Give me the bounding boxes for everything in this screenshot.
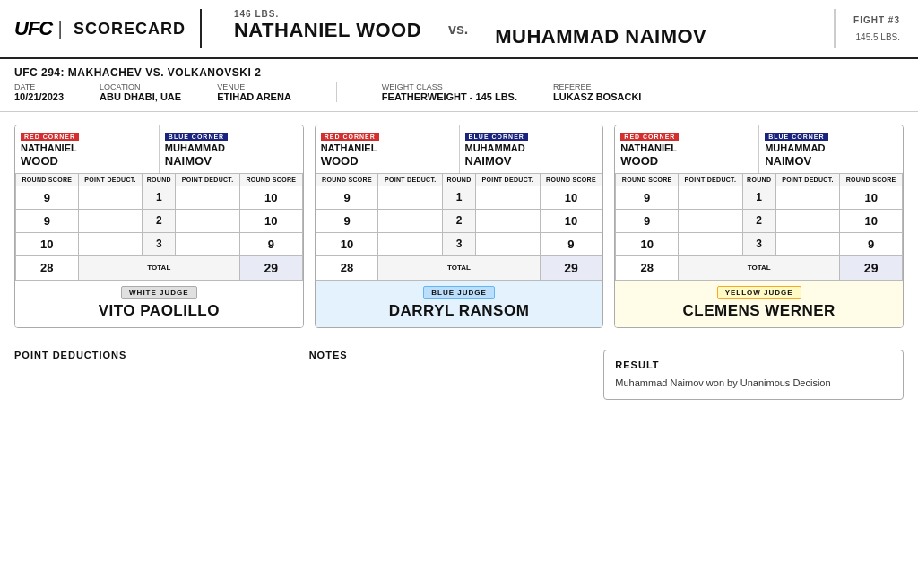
event-location: Location ABU DHABI, UAE (100, 82, 181, 102)
red-fighter-1: NATHANIEL WOOD (21, 143, 153, 169)
score-table-3: ROUND SCORE POINT DEDUCT. ROUND POINT DE… (615, 173, 903, 281)
fight-weight-right: 145.5 LBS. (853, 32, 900, 42)
result-section: RESULT Muhammad Naimov won by Unanimous … (603, 350, 904, 401)
table-row: 9 2 10 (616, 209, 903, 232)
corner-headers-1: RED CORNER NATHANIEL WOOD BLUE CORNER MU… (15, 125, 303, 173)
event-title: UFC 294: MAKHACHEV VS. VOLKANOVSKI 2 (14, 66, 904, 79)
totals-row: 28 TOTAL 29 (316, 255, 602, 280)
scorecard-label: SCORECARD (74, 20, 186, 39)
scorecard-judge2: RED CORNER NATHANIEL WOOD BLUE CORNER MU… (315, 125, 604, 328)
table-row: 9 1 10 (316, 186, 602, 209)
table-row: 10 3 9 (16, 232, 303, 255)
judge-section-3: YELLOW JUDGE CLEMENS WERNER (615, 281, 903, 327)
event-referee: Referee LUKASZ BOSACKI (553, 82, 641, 102)
table-row: 9 1 10 (16, 186, 303, 209)
blue-corner-3: BLUE CORNER MUHAMMAD NAIMOV (759, 125, 903, 173)
bottom-section: POINT DEDUCTIONS NOTES RESULT Muhammad N… (0, 341, 918, 410)
fight-number-section: FIGHT #3 145.5 LBS. (836, 9, 918, 48)
fighter2-name: MUHAMMAD NAIMOV (495, 25, 706, 48)
totals-row: 28 TOTAL 29 (616, 255, 903, 280)
judge-name-1: VITO PAOLILLO (22, 302, 296, 320)
judge-badge-2: BLUE JUDGE (423, 286, 495, 299)
fighter1-name: NATHANIEL WOOD (234, 19, 421, 42)
result-title: RESULT (615, 359, 892, 370)
judge-name-2: DARRYL RANSOM (323, 302, 596, 320)
scorecards-section: RED CORNER NATHANIEL WOOD BLUE CORNER MU… (0, 112, 918, 341)
red-fighter-2: NATHANIEL WOOD (321, 143, 454, 169)
fight-number-label: FIGHT #3 (853, 15, 900, 25)
corner-headers-3: RED CORNER NATHANIEL WOOD BLUE CORNER MU… (615, 125, 903, 173)
blue-fighter-3: MUHAMMAD NAIMOV (765, 143, 897, 169)
header: UFC | SCORECARD 146 LBS. NATHANIEL WOOD … (0, 0, 918, 59)
blue-fighter-1: MUHAMMAD NAIMOV (165, 143, 298, 169)
table-row: 10 3 9 (616, 232, 903, 255)
red-fighter-3: NATHANIEL WOOD (620, 143, 753, 169)
score-table-1: ROUND SCORE POINT DEDUCT. ROUND POINT DE… (15, 173, 303, 281)
ufc-logo: UFC (14, 17, 52, 40)
red-corner-2: RED CORNER NATHANIEL WOOD (316, 125, 460, 173)
notes-title: NOTES (309, 350, 586, 360)
result-text: Muhammad Naimov won by Unanimous Decisio… (615, 376, 892, 391)
logo-section: UFC | SCORECARD (14, 9, 202, 48)
judge-badge-1: WHITE JUDGE (121, 286, 197, 299)
table-row: 9 2 10 (316, 209, 602, 232)
judge-section-1: WHITE JUDGE VITO PAOLILLO (15, 281, 303, 327)
event-weight-class: Weight Class FEATHERWEIGHT - 145 LBS. (382, 82, 517, 102)
vs-text: vs. (448, 22, 468, 37)
judge-badge-3: YELLOW JUDGE (717, 286, 801, 299)
judge-name-3: CLEMENS WERNER (622, 302, 896, 320)
red-corner-3: RED CORNER NATHANIEL WOOD (615, 125, 759, 173)
score-table-2: ROUND SCORE POINT DEDUCT. ROUND POINT DE… (316, 173, 603, 281)
table-row: 9 2 10 (16, 209, 303, 232)
table-row: 9 1 10 (616, 186, 903, 209)
event-info: UFC 294: MAKHACHEV VS. VOLKANOVSKI 2 Dat… (0, 59, 918, 112)
point-deductions: POINT DEDUCTIONS (14, 350, 291, 366)
judge-section-2: BLUE JUDGE DARRYL RANSOM (316, 281, 603, 327)
event-date: Date 10/21/2023 (14, 82, 64, 102)
scorecard-judge1: RED CORNER NATHANIEL WOOD BLUE CORNER MU… (14, 125, 304, 328)
blue-corner-1: BLUE CORNER MUHAMMAD NAIMOV (160, 125, 303, 173)
blue-corner-2: BLUE CORNER MUHAMMAD NAIMOV (460, 125, 603, 173)
table-row: 10 3 9 (316, 232, 602, 255)
corner-headers-2: RED CORNER NATHANIEL WOOD BLUE CORNER MU… (316, 125, 603, 173)
totals-row: 28 TOTAL 29 (16, 255, 303, 280)
event-venue: Venue ETIHAD ARENA (217, 82, 291, 102)
red-corner-1: RED CORNER NATHANIEL WOOD (15, 125, 160, 173)
scorecard-judge3: RED CORNER NATHANIEL WOOD BLUE CORNER MU… (614, 125, 904, 328)
fight-weight-left: 146 LBS. (234, 9, 421, 19)
point-deductions-title: POINT DEDUCTIONS (14, 350, 291, 360)
notes-section: NOTES (309, 350, 586, 366)
fight-info: 146 LBS. NATHANIEL WOOD vs. MUHAMMAD NAI… (216, 9, 836, 48)
blue-fighter-2: MUHAMMAD NAIMOV (465, 143, 598, 169)
